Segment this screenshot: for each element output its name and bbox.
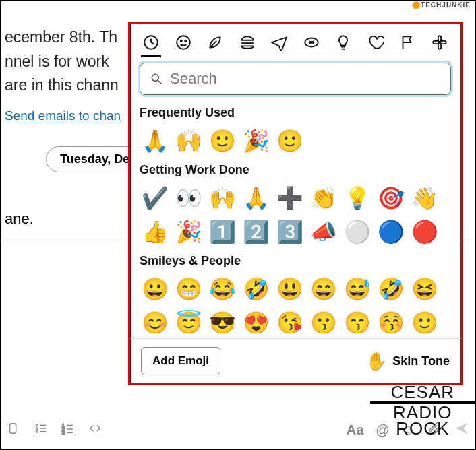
- skin-tone-selector[interactable]: ✋ Skin Tone: [365, 351, 450, 372]
- emoji-cell[interactable]: 🙌: [173, 125, 204, 156]
- emoji-cell[interactable]: 😀: [140, 274, 171, 304]
- emoji-scroll-area[interactable]: Frequently Used🙏🙌🙂🎉🙂Getting Work Done✔️👀…: [130, 99, 460, 338]
- emoji-category-tabs: [130, 24, 460, 56]
- svg-rect-30: [440, 41, 446, 44]
- emoji-tab-travel[interactable]: [268, 29, 291, 56]
- format-toggle[interactable]: Aa: [347, 422, 364, 438]
- emoji-cell[interactable]: 1️⃣: [207, 216, 238, 247]
- emoji-tab-activities[interactable]: [300, 29, 323, 56]
- emoji-tab-smileys[interactable]: [172, 29, 195, 56]
- flag-icon: [398, 34, 416, 51]
- burger-icon: [239, 34, 256, 51]
- svg-point-16: [177, 36, 190, 49]
- emoji-picker: Frequently Used🙏🙌🙂🎉🙂Getting Work Done✔️👀…: [128, 22, 463, 385]
- emoji-cell[interactable]: 📣: [308, 216, 339, 247]
- emoji-cell[interactable]: 😄: [308, 274, 339, 304]
- list-number-icon[interactable]: 123: [61, 421, 76, 439]
- emoji-cell[interactable]: 😍: [241, 307, 272, 338]
- emoji-tab-recent[interactable]: [140, 29, 162, 56]
- svg-point-1: [36, 424, 38, 426]
- emoji-cell[interactable]: 😇: [173, 307, 204, 338]
- emoji-cell[interactable]: 😊: [140, 307, 171, 338]
- svg-point-17: [180, 40, 181, 42]
- emoji-cell[interactable]: 😃: [274, 274, 305, 304]
- emoji-cell[interactable]: ✔️: [140, 183, 171, 214]
- emoji-tab-custom[interactable]: [428, 29, 451, 56]
- svg-rect-0: [10, 424, 16, 434]
- emoji-cell[interactable]: 🙏: [241, 183, 272, 214]
- emoji-section-header: Smileys & People: [140, 254, 451, 268]
- emoji-cell[interactable]: 💡: [342, 183, 373, 214]
- emoji-tab-symbols[interactable]: [364, 29, 387, 56]
- emoji-cell[interactable]: 👋: [409, 183, 440, 214]
- emoji-icon[interactable]: ☺: [402, 422, 415, 438]
- emoji-cell[interactable]: 😗: [308, 307, 339, 338]
- emoji-tab-nature[interactable]: [204, 29, 227, 56]
- add-emoji-button[interactable]: Add Emoji: [141, 347, 220, 375]
- emoji-cell[interactable]: 👍: [140, 216, 171, 247]
- mention-icon[interactable]: @: [376, 422, 389, 438]
- emoji-cell[interactable]: 🙂: [274, 125, 305, 156]
- emoji-cell[interactable]: 😙: [342, 307, 373, 338]
- emoji-cell[interactable]: 🔴: [409, 216, 440, 247]
- emoji-grid: 🙏🙌🙂🎉🙂: [140, 125, 451, 156]
- emoji-picker-footer: Add Emoji ✋ Skin Tone: [130, 338, 460, 383]
- emoji-grid: ✔️👀🙌🙏➕👏💡🎯👋👍🎉1️⃣2️⃣3️⃣📣⚪🔵🔴: [140, 183, 451, 247]
- send-icon[interactable]: [454, 421, 469, 439]
- emoji-cell[interactable]: 😎: [207, 307, 238, 338]
- emoji-cell[interactable]: 👏: [308, 183, 339, 214]
- emoji-cell[interactable]: 🤣: [241, 274, 272, 304]
- bold-icon[interactable]: [7, 421, 22, 439]
- emoji-cell[interactable]: 2️⃣: [241, 216, 272, 247]
- emoji-cell[interactable]: 🙂: [207, 125, 238, 156]
- svg-line-32: [158, 81, 162, 84]
- svg-text:3: 3: [62, 430, 65, 436]
- smile-icon: [175, 34, 192, 51]
- svg-point-3: [36, 428, 38, 430]
- emoji-search[interactable]: [140, 63, 451, 95]
- emoji-cell[interactable]: 🙏: [140, 125, 171, 156]
- emoji-section-header: Getting Work Done: [140, 163, 451, 177]
- emoji-cell[interactable]: 3️⃣: [274, 216, 305, 247]
- emoji-cell[interactable]: 😆: [409, 274, 440, 304]
- skin-tone-swatch-icon: ✋: [365, 351, 387, 372]
- emoji-cell[interactable]: 🔵: [376, 216, 407, 247]
- emoji-cell[interactable]: 🎉: [173, 216, 204, 247]
- svg-point-31: [152, 74, 158, 81]
- football-icon: [303, 34, 320, 51]
- svg-point-18: [185, 40, 186, 42]
- emoji-cell[interactable]: ➕: [274, 183, 305, 214]
- emoji-cell[interactable]: 🎉: [241, 125, 272, 156]
- search-icon: [150, 72, 163, 86]
- emoji-tab-objects[interactable]: [332, 29, 355, 56]
- emoji-cell[interactable]: 🙌: [207, 183, 238, 214]
- skin-tone-label: Skin Tone: [392, 354, 450, 368]
- svg-line-15: [151, 42, 154, 44]
- emoji-cell[interactable]: 😂: [207, 274, 238, 304]
- svg-point-5: [36, 430, 38, 432]
- emoji-cell[interactable]: 🎯: [376, 183, 407, 214]
- bulb-icon: [334, 34, 352, 51]
- slack-icon: [431, 34, 448, 51]
- emoji-tab-flags[interactable]: [396, 29, 419, 56]
- emoji-cell[interactable]: 😘: [274, 307, 305, 338]
- emoji-cell[interactable]: 😚: [376, 307, 407, 338]
- emoji-cell[interactable]: 😁: [173, 274, 204, 304]
- heart-icon: [367, 34, 384, 51]
- plane-icon: [270, 34, 288, 51]
- emoji-cell[interactable]: 🤣: [376, 274, 407, 304]
- attach-icon[interactable]: [427, 421, 442, 439]
- emoji-cell[interactable]: ⚪: [342, 216, 373, 247]
- emoji-search-input[interactable]: [170, 70, 441, 88]
- list-bullet-icon[interactable]: [34, 421, 49, 439]
- emoji-cell[interactable]: 👀: [173, 183, 204, 214]
- emoji-section-header: Frequently Used: [140, 106, 451, 120]
- leaf-icon: [206, 34, 224, 51]
- composer-toolbar: 123 Aa @ ☺: [7, 421, 469, 439]
- emoji-grid: 😀😁😂🤣😃😄😅🤣😆😊😇😎😍😘😗😙😚🙂: [140, 274, 451, 338]
- emoji-tab-food[interactable]: [236, 29, 259, 56]
- svg-rect-29: [433, 41, 439, 44]
- emoji-cell[interactable]: 😅: [342, 274, 373, 304]
- emoji-cell[interactable]: 🙂: [409, 307, 440, 338]
- code-block-icon[interactable]: [88, 421, 102, 439]
